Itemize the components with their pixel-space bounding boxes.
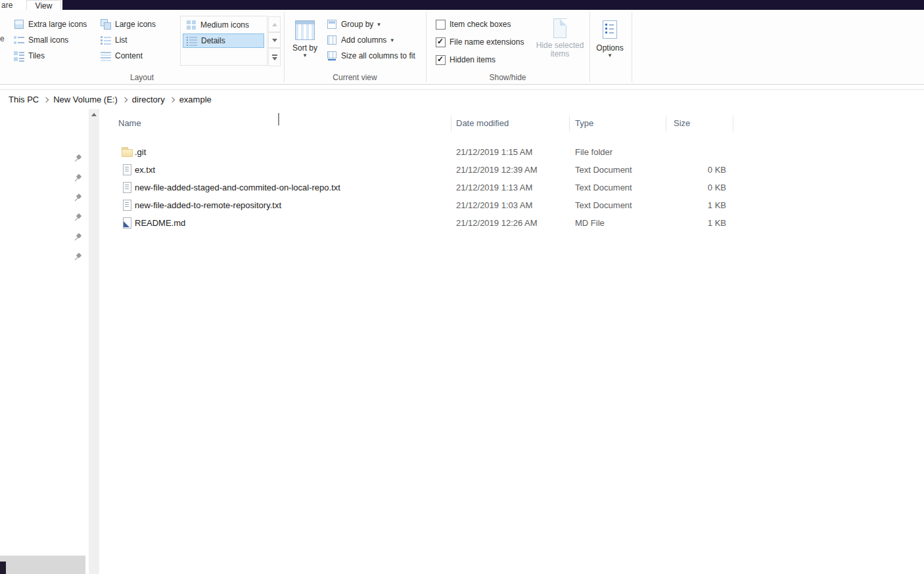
markdown-file-icon <box>121 217 133 228</box>
hidden-items-option[interactable]: Hidden items <box>432 53 499 67</box>
gallery-scroll-up-button[interactable] <box>268 16 281 32</box>
tab-view[interactable]: View <box>26 0 61 10</box>
size-all-columns-icon <box>327 51 337 61</box>
add-columns-button[interactable]: Add columns ▾ <box>323 33 397 47</box>
medium-icons-icon <box>186 20 196 30</box>
content-label: Content <box>115 51 143 60</box>
size-all-columns-button[interactable]: Size all columns to fit <box>323 49 419 63</box>
quick-access-pin-icon[interactable] <box>74 232 83 242</box>
file-name: ex.txt <box>135 165 155 175</box>
column-separator[interactable] <box>451 116 451 131</box>
file-name-extensions-option[interactable]: File name extensions <box>432 35 527 49</box>
column-header-row: Name Date modified Type Size <box>99 113 924 131</box>
group-by-button[interactable]: Group by ▾ <box>323 17 384 32</box>
file-date-modified: 21/12/2019 1:03 AM <box>456 200 532 210</box>
extra-large-icons-icon <box>14 19 24 30</box>
group-separator <box>632 12 632 82</box>
quick-access-pin-icon[interactable] <box>74 213 83 222</box>
options-dropdown-icon: ▾ <box>609 53 612 58</box>
view-small-icons[interactable]: Small icons <box>11 33 72 47</box>
quick-access-pin-icon[interactable] <box>74 193 83 202</box>
view-tiles[interactable]: Tiles <box>11 49 48 63</box>
file-row-staged-commited[interactable]: new-file-added-staged-and-commited-on-lo… <box>99 179 924 196</box>
folder-icon <box>121 146 133 157</box>
file-name: new-file-added-to-remote-repository.txt <box>135 200 281 210</box>
column-header-size[interactable]: Size <box>674 118 690 128</box>
options-button[interactable]: Options ▾ <box>592 14 628 74</box>
file-type: Text Document <box>575 200 632 210</box>
add-columns-label: Add columns <box>341 35 386 45</box>
file-row-git[interactable]: .git 21/12/2019 1:15 AM File folder <box>99 143 924 161</box>
medium-icons-label: Medium icons <box>200 20 249 30</box>
navigation-pane-scrollbar[interactable] <box>89 109 99 574</box>
file-date-modified: 21/12/2019 12:39 AM <box>456 165 538 175</box>
view-extra-large-icons[interactable]: Extra large icons <box>11 17 90 32</box>
tiles-label: Tiles <box>28 51 45 60</box>
details-icon <box>187 35 197 46</box>
gallery-scroll-down-button[interactable] <box>268 32 281 48</box>
breadcrumb-example[interactable]: example <box>177 95 214 104</box>
item-check-boxes-checkbox[interactable] <box>436 20 446 30</box>
layout-group-label: Layout <box>0 73 284 82</box>
breadcrumb-chevron-icon <box>122 97 127 102</box>
sort-ascending-icon <box>278 114 279 126</box>
column-separator[interactable] <box>569 116 570 131</box>
file-name: .git <box>135 147 146 157</box>
title-bar <box>62 0 924 10</box>
view-content[interactable]: Content <box>97 49 146 63</box>
breadcrumb-chevron-icon <box>43 97 49 102</box>
view-medium-icons[interactable]: Medium icons <box>183 18 264 32</box>
add-columns-dropdown-icon: ▾ <box>390 37 394 43</box>
scroll-down-icon <box>272 39 277 42</box>
sort-by-button[interactable]: Sort by ▾ <box>292 14 318 74</box>
item-check-boxes-label: Item check boxes <box>450 20 511 29</box>
breadcrumb-directory[interactable]: directory <box>130 95 167 104</box>
ribbon-edge-fragment: e <box>0 34 5 43</box>
ribbon-tab-row: are View <box>0 0 924 10</box>
navigation-horizontal-scrollbar[interactable] <box>0 556 85 574</box>
column-separator[interactable] <box>666 116 666 131</box>
view-list[interactable]: List <box>97 33 131 47</box>
file-type: Text Document <box>575 183 632 192</box>
column-header-date-modified[interactable]: Date modified <box>456 118 509 128</box>
hide-selected-items-label: Hide selected items <box>534 41 586 58</box>
group-separator <box>426 12 427 82</box>
tab-share-fragment[interactable]: are <box>1 0 12 10</box>
content-icon <box>101 51 111 61</box>
file-size: 0 KB <box>660 165 726 175</box>
more-arrow-icon <box>272 57 277 60</box>
quick-access-pin-icon[interactable] <box>74 252 83 261</box>
file-row-readme[interactable]: README.md 21/12/2019 12:26 AM MD File 1 … <box>99 214 924 232</box>
show-hide-group-label: Show/hide <box>426 73 589 82</box>
list-label: List <box>115 35 127 45</box>
view-details[interactable]: Details <box>183 33 264 48</box>
file-name-extensions-checkbox[interactable] <box>436 37 446 47</box>
breadcrumb-this-pc[interactable]: This PC <box>7 95 41 104</box>
file-row-remote-repository[interactable]: new-file-added-to-remote-repository.txt … <box>99 196 924 214</box>
hide-selected-items-button[interactable]: Hide selected items <box>534 14 586 74</box>
column-header-type[interactable]: Type <box>575 118 593 128</box>
hide-selected-items-icon <box>551 18 568 39</box>
address-bar: This PC New Volume (E:) directory exampl… <box>0 89 924 109</box>
file-size: 1 KB <box>660 218 726 228</box>
large-icons-label: Large icons <box>115 20 156 29</box>
tiles-icon <box>14 51 24 61</box>
gallery-more-button[interactable] <box>268 48 281 66</box>
more-bar-icon <box>272 55 277 56</box>
file-row-ex-txt[interactable]: ex.txt 21/12/2019 12:39 AM Text Document… <box>99 161 924 179</box>
hidden-items-label: Hidden items <box>450 55 496 64</box>
quick-access-pin-icon[interactable] <box>74 154 83 163</box>
group-by-dropdown-icon: ▾ <box>377 22 381 28</box>
text-file-icon <box>121 182 133 192</box>
options-icon <box>603 20 617 39</box>
hidden-items-checkbox[interactable] <box>436 55 446 65</box>
column-separator[interactable] <box>733 116 733 131</box>
group-separator <box>589 12 590 82</box>
view-large-icons[interactable]: Large icons <box>97 17 159 32</box>
scrollbar-up-button[interactable] <box>89 109 99 120</box>
quick-access-pin-icon[interactable] <box>74 173 83 183</box>
column-header-name[interactable]: Name <box>118 118 141 128</box>
breadcrumb-new-volume[interactable]: New Volume (E:) <box>51 95 120 104</box>
scroll-up-icon <box>272 23 277 26</box>
item-check-boxes-option[interactable]: Item check boxes <box>432 17 514 32</box>
